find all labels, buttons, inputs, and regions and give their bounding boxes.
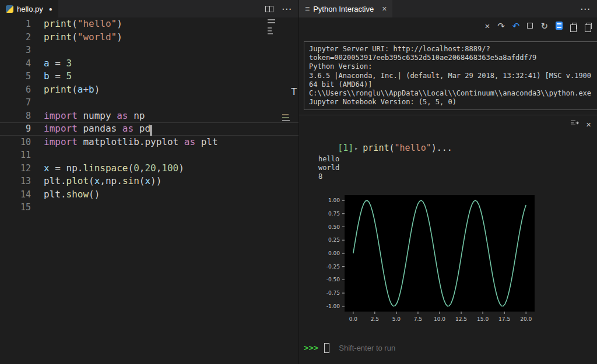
- svg-text:0.75: 0.75: [328, 211, 340, 217]
- line-number: 5: [0, 70, 31, 83]
- output-line: hello: [318, 155, 339, 164]
- split-editor-icon[interactable]: [265, 6, 273, 12]
- line-number: 11: [0, 149, 31, 162]
- svg-text:7.5: 7.5: [414, 316, 422, 322]
- goto-code-icon[interactable]: [570, 118, 579, 130]
- code-line[interactable]: 8import numpy as np: [0, 109, 298, 123]
- code-line[interactable]: 3: [0, 44, 298, 57]
- text-cursor: [150, 125, 152, 136]
- cell-code: print("hello")...: [363, 143, 452, 153]
- minimap-mark: [268, 19, 275, 20]
- minimap-mark: [268, 30, 272, 31]
- svg-text:-0.25: -0.25: [326, 264, 340, 270]
- redo-icon[interactable]: ↷: [497, 22, 505, 30]
- plot: 0.02.55.07.510.012.515.017.520.01.000.75…: [314, 190, 547, 327]
- svg-text:0.0: 0.0: [349, 316, 358, 322]
- svg-text:12.5: 12.5: [455, 316, 467, 322]
- server-info: Jupyter Server URI: http://localhost:888…: [304, 41, 597, 110]
- interrupt-kernel-icon[interactable]: [527, 23, 533, 29]
- line-number: 10: [0, 136, 31, 149]
- line-number: 1: [0, 17, 31, 31]
- code-line[interactable]: 1print("hello"): [0, 17, 298, 31]
- minimap[interactable]: [266, 17, 298, 364]
- export-notebook-icon[interactable]: [556, 22, 563, 30]
- code-token: b: [89, 84, 94, 95]
- line-number: 7: [0, 96, 31, 109]
- line-number: 14: [0, 188, 31, 202]
- restart-kernel-icon[interactable]: ↻: [540, 22, 548, 30]
- output-line: world: [318, 164, 339, 172]
- code-line[interactable]: 7: [0, 96, 298, 109]
- input-prompt: >>>: [304, 343, 318, 352]
- code-line[interactable]: 9import pandas as pd: [0, 122, 298, 136]
- code-line[interactable]: 13plt.plot(x,np.sin(x)): [0, 175, 298, 188]
- modified-indicator-icon[interactable]: ●: [49, 6, 52, 12]
- code-line[interactable]: 12x = np.linspace(0,20,100): [0, 162, 298, 175]
- code-token: (: [128, 162, 134, 174]
- more-actions-icon[interactable]: ⋯: [282, 4, 292, 14]
- code-token: 0: [134, 162, 139, 174]
- editor-tabbar-actions: ⋯: [265, 0, 298, 17]
- minimap-mark: [282, 117, 289, 118]
- svg-text:1.00: 1.00: [328, 197, 340, 203]
- close-tab-icon[interactable]: ×: [382, 4, 387, 13]
- code-token: import: [44, 136, 78, 147]
- code-token: print: [363, 143, 389, 153]
- svg-text:-1.00: -1.00: [326, 303, 340, 309]
- collapse-arrow-icon[interactable]: ▸: [354, 145, 358, 151]
- more-actions-icon[interactable]: ⋯: [580, 4, 590, 14]
- svg-text:10.0: 10.0: [434, 316, 445, 322]
- minimap-mark: [282, 114, 289, 115]
- remove-all-cells-icon[interactable]: ×: [485, 22, 490, 30]
- code-token: (): [89, 189, 100, 200]
- code-token: =: [50, 70, 66, 82]
- server-info-line: Python Version:: [309, 62, 593, 71]
- code-token: pandas: [78, 123, 122, 134]
- tab-label: hello.py: [17, 5, 43, 13]
- server-info-line: Jupyter Server URI: http://localhost:888…: [309, 45, 593, 54]
- code-token: (: [72, 84, 78, 95]
- code-token: (: [72, 18, 78, 29]
- tab-python-interactive[interactable]: ≡ Python Interactive ×: [299, 0, 392, 17]
- code-token: as: [117, 110, 128, 121]
- svg-text:-0.50: -0.50: [326, 277, 340, 282]
- line-number: 8: [0, 109, 31, 123]
- line-number: 9: [0, 122, 31, 136]
- undo-icon[interactable]: ↶: [512, 22, 520, 30]
- code-line[interactable]: 14plt.show(): [0, 188, 298, 202]
- cells-divider: [299, 115, 597, 115]
- editor-pane: hello.py ● ⋯ 1print("hello")2print("worl…: [0, 0, 298, 364]
- svg-text:5.0: 5.0: [392, 316, 401, 322]
- code-token: plt: [195, 136, 218, 147]
- code-line[interactable]: 11: [0, 149, 298, 162]
- remove-cell-icon[interactable]: ×: [586, 120, 591, 129]
- code-token: numpy: [78, 110, 117, 121]
- minimap-mark: [282, 120, 290, 121]
- code-line[interactable]: 4a = 3: [0, 57, 298, 70]
- svg-text:15.0: 15.0: [477, 316, 489, 322]
- code-line[interactable]: 2print("world"): [0, 31, 298, 44]
- tab-hello-py[interactable]: hello.py ●: [0, 0, 58, 17]
- collapse-all-icon[interactable]: [587, 23, 592, 29]
- code-line[interactable]: 10import matplotlib.pyplot as plt: [0, 136, 298, 149]
- code-token: print: [44, 31, 72, 43]
- code-line[interactable]: 5b = 5: [0, 70, 298, 83]
- editor-lines[interactable]: 1print("hello")2print("world")34a = 35b …: [0, 17, 298, 364]
- code-token: 5: [66, 70, 72, 82]
- code-token: "hello": [395, 143, 431, 153]
- code-token: ): [117, 18, 122, 29]
- cell-actions: ×: [570, 118, 591, 130]
- code-token: "hello": [78, 18, 117, 29]
- vscode-window: hello.py ● ⋯ 1print("hello")2print("worl…: [0, 0, 597, 364]
- code-token: b: [44, 70, 50, 82]
- expand-all-icon[interactable]: [572, 23, 577, 29]
- line-number: 2: [0, 31, 31, 44]
- code-line[interactable]: 6print(a+b): [0, 83, 298, 97]
- code-line[interactable]: 15: [0, 201, 298, 214]
- code-token: ): [178, 162, 184, 174]
- code-token: =: [50, 58, 66, 69]
- code-token: (: [72, 31, 78, 43]
- input-row[interactable]: >>> Shift-enter to run: [304, 341, 597, 355]
- svg-text:2.5: 2.5: [371, 316, 379, 322]
- code-token: matplotlib.pyplot: [78, 136, 184, 147]
